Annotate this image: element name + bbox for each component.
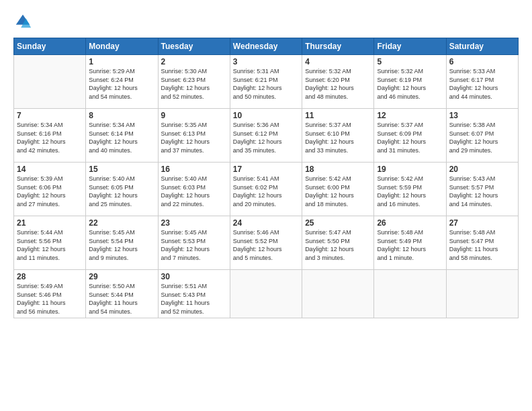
calendar-cell: 24Sunrise: 5:46 AM Sunset: 5:52 PM Dayli…: [230, 216, 302, 270]
calendar-cell: 27Sunrise: 5:48 AM Sunset: 5:47 PM Dayli…: [446, 216, 518, 270]
day-number: 13: [449, 111, 515, 120]
calendar-cell: 3Sunrise: 5:31 AM Sunset: 6:21 PM Daylig…: [230, 55, 302, 109]
day-number: 24: [233, 218, 299, 228]
calendar-cell: 18Sunrise: 5:42 AM Sunset: 6:00 PM Dayli…: [302, 163, 374, 216]
calendar-cell: 1Sunrise: 5:29 AM Sunset: 6:24 PM Daylig…: [86, 55, 158, 109]
header: [13, 12, 519, 31]
day-number: 4: [305, 57, 371, 66]
day-header-monday: Monday: [86, 38, 158, 55]
day-number: 28: [17, 272, 83, 281]
calendar-cell: 15Sunrise: 5:40 AM Sunset: 6:05 PM Dayli…: [86, 163, 158, 216]
day-number: 5: [377, 57, 443, 66]
day-number: 3: [233, 57, 299, 66]
day-info: Sunrise: 5:39 AM Sunset: 6:06 PM Dayligh…: [17, 175, 83, 208]
header-row: SundayMondayTuesdayWednesdayThursdayFrid…: [14, 38, 519, 55]
day-number: 11: [305, 111, 371, 120]
calendar-cell: [302, 270, 374, 318]
day-info: Sunrise: 5:30 AM Sunset: 6:23 PM Dayligh…: [161, 67, 227, 101]
day-info: Sunrise: 5:37 AM Sunset: 6:10 PM Dayligh…: [305, 121, 371, 154]
day-info: Sunrise: 5:49 AM Sunset: 5:46 PM Dayligh…: [17, 282, 83, 316]
day-info: Sunrise: 5:47 AM Sunset: 5:50 PM Dayligh…: [305, 228, 371, 262]
calendar-cell: 14Sunrise: 5:39 AM Sunset: 6:06 PM Dayli…: [14, 163, 86, 216]
day-info: Sunrise: 5:34 AM Sunset: 6:14 PM Dayligh…: [89, 121, 154, 154]
logo-icon: [13, 12, 32, 31]
day-number: 10: [233, 111, 299, 120]
day-info: Sunrise: 5:35 AM Sunset: 6:13 PM Dayligh…: [161, 121, 227, 154]
day-number: 18: [305, 165, 371, 174]
calendar-cell: 10Sunrise: 5:36 AM Sunset: 6:12 PM Dayli…: [230, 109, 302, 163]
page: SundayMondayTuesdayWednesdayThursdayFrid…: [0, 0, 532, 411]
day-number: 19: [377, 165, 443, 174]
calendar-cell: 11Sunrise: 5:37 AM Sunset: 6:10 PM Dayli…: [302, 109, 374, 163]
day-info: Sunrise: 5:43 AM Sunset: 5:57 PM Dayligh…: [449, 175, 515, 208]
calendar-cell: [230, 270, 302, 318]
week-row-3: 14Sunrise: 5:39 AM Sunset: 6:06 PM Dayli…: [14, 163, 519, 216]
calendar-cell: 4Sunrise: 5:32 AM Sunset: 6:20 PM Daylig…: [302, 55, 374, 109]
day-info: Sunrise: 5:40 AM Sunset: 6:03 PM Dayligh…: [161, 175, 227, 208]
day-number: 12: [377, 111, 443, 120]
calendar-cell: 20Sunrise: 5:43 AM Sunset: 5:57 PM Dayli…: [446, 163, 518, 216]
day-number: 1: [89, 57, 154, 66]
day-info: Sunrise: 5:36 AM Sunset: 6:12 PM Dayligh…: [233, 121, 299, 154]
day-number: 30: [161, 272, 227, 281]
calendar-cell: 21Sunrise: 5:44 AM Sunset: 5:56 PM Dayli…: [14, 216, 86, 270]
calendar-cell: 9Sunrise: 5:35 AM Sunset: 6:13 PM Daylig…: [158, 109, 230, 163]
day-info: Sunrise: 5:32 AM Sunset: 6:20 PM Dayligh…: [305, 67, 371, 101]
day-header-tuesday: Tuesday: [158, 38, 230, 55]
calendar-cell: 16Sunrise: 5:40 AM Sunset: 6:03 PM Dayli…: [158, 163, 230, 216]
day-number: 20: [449, 165, 515, 174]
day-info: Sunrise: 5:38 AM Sunset: 6:07 PM Dayligh…: [449, 121, 515, 154]
calendar-cell: [446, 270, 518, 318]
day-number: 22: [89, 218, 154, 228]
logo: [13, 12, 35, 31]
calendar-cell: 23Sunrise: 5:45 AM Sunset: 5:53 PM Dayli…: [158, 216, 230, 270]
calendar-cell: 13Sunrise: 5:38 AM Sunset: 6:07 PM Dayli…: [446, 109, 518, 163]
day-info: Sunrise: 5:42 AM Sunset: 6:00 PM Dayligh…: [305, 175, 371, 208]
day-header-thursday: Thursday: [302, 38, 374, 55]
calendar-cell: 5Sunrise: 5:32 AM Sunset: 6:19 PM Daylig…: [374, 55, 446, 109]
day-number: 27: [449, 218, 515, 228]
day-number: 26: [377, 218, 443, 228]
day-number: 14: [17, 165, 83, 174]
calendar-cell: 22Sunrise: 5:45 AM Sunset: 5:54 PM Dayli…: [86, 216, 158, 270]
day-info: Sunrise: 5:44 AM Sunset: 5:56 PM Dayligh…: [17, 228, 83, 262]
day-info: Sunrise: 5:31 AM Sunset: 6:21 PM Dayligh…: [233, 67, 299, 101]
day-number: 8: [89, 111, 154, 120]
calendar-cell: 29Sunrise: 5:50 AM Sunset: 5:44 PM Dayli…: [86, 270, 158, 318]
day-number: 16: [161, 165, 227, 174]
day-header-wednesday: Wednesday: [230, 38, 302, 55]
calendar-cell: 7Sunrise: 5:34 AM Sunset: 6:16 PM Daylig…: [14, 109, 86, 163]
day-number: 21: [17, 218, 83, 228]
calendar-table: SundayMondayTuesdayWednesdayThursdayFrid…: [13, 38, 519, 318]
day-info: Sunrise: 5:48 AM Sunset: 5:49 PM Dayligh…: [377, 228, 443, 262]
calendar-cell: 25Sunrise: 5:47 AM Sunset: 5:50 PM Dayli…: [302, 216, 374, 270]
week-row-5: 28Sunrise: 5:49 AM Sunset: 5:46 PM Dayli…: [14, 270, 519, 318]
calendar-cell: [14, 55, 86, 109]
day-info: Sunrise: 5:34 AM Sunset: 6:16 PM Dayligh…: [17, 121, 83, 154]
day-number: 9: [161, 111, 227, 120]
week-row-4: 21Sunrise: 5:44 AM Sunset: 5:56 PM Dayli…: [14, 216, 519, 270]
calendar-cell: 26Sunrise: 5:48 AM Sunset: 5:49 PM Dayli…: [374, 216, 446, 270]
day-number: 6: [449, 57, 515, 66]
day-number: 23: [161, 218, 227, 228]
day-info: Sunrise: 5:45 AM Sunset: 5:54 PM Dayligh…: [89, 228, 154, 262]
day-info: Sunrise: 5:33 AM Sunset: 6:17 PM Dayligh…: [449, 67, 515, 101]
day-info: Sunrise: 5:41 AM Sunset: 6:02 PM Dayligh…: [233, 175, 299, 208]
calendar-cell: 17Sunrise: 5:41 AM Sunset: 6:02 PM Dayli…: [230, 163, 302, 216]
day-info: Sunrise: 5:29 AM Sunset: 6:24 PM Dayligh…: [89, 67, 154, 101]
day-number: 29: [89, 272, 154, 281]
week-row-1: 1Sunrise: 5:29 AM Sunset: 6:24 PM Daylig…: [14, 55, 519, 109]
day-info: Sunrise: 5:40 AM Sunset: 6:05 PM Dayligh…: [89, 175, 154, 208]
calendar-cell: 8Sunrise: 5:34 AM Sunset: 6:14 PM Daylig…: [86, 109, 158, 163]
day-number: 15: [89, 165, 154, 174]
calendar-cell: 12Sunrise: 5:37 AM Sunset: 6:09 PM Dayli…: [374, 109, 446, 163]
day-number: 17: [233, 165, 299, 174]
day-info: Sunrise: 5:37 AM Sunset: 6:09 PM Dayligh…: [377, 121, 443, 154]
day-header-saturday: Saturday: [446, 38, 518, 55]
day-info: Sunrise: 5:50 AM Sunset: 5:44 PM Dayligh…: [89, 282, 154, 316]
day-info: Sunrise: 5:32 AM Sunset: 6:19 PM Dayligh…: [377, 67, 443, 101]
day-header-sunday: Sunday: [14, 38, 86, 55]
calendar-cell: 28Sunrise: 5:49 AM Sunset: 5:46 PM Dayli…: [14, 270, 86, 318]
day-info: Sunrise: 5:51 AM Sunset: 5:43 PM Dayligh…: [161, 282, 227, 316]
calendar-cell: [374, 270, 446, 318]
